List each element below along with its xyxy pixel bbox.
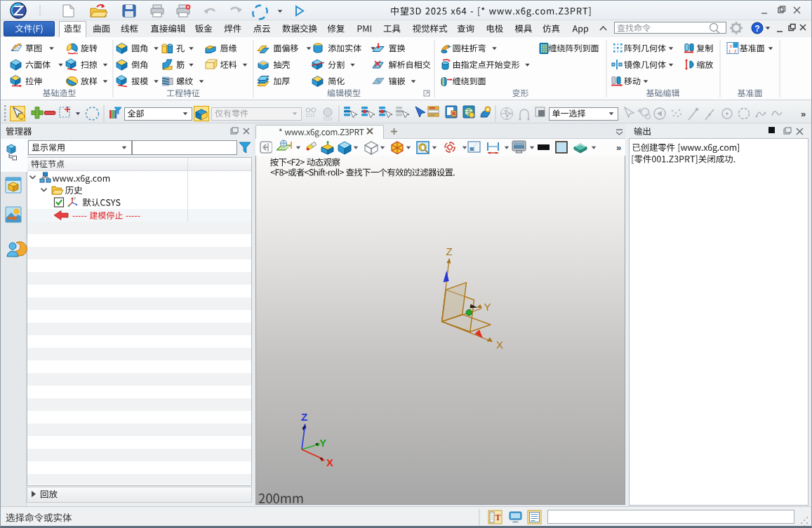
svg-text:X: X	[326, 456, 333, 468]
svg-text:»: »	[801, 109, 806, 119]
svg-text:Z: Z	[446, 245, 453, 257]
svg-text:X: X	[496, 339, 503, 351]
svg-text:Y: Y	[319, 437, 326, 449]
svg-text:?: ?	[754, 24, 759, 34]
svg-text:»: »	[616, 142, 621, 153]
svg-text:Y: Y	[484, 301, 491, 313]
svg-text:Y: Y	[74, 196, 76, 201]
svg-text:Z: Z	[301, 411, 307, 423]
svg-text:T: T	[495, 513, 501, 522]
